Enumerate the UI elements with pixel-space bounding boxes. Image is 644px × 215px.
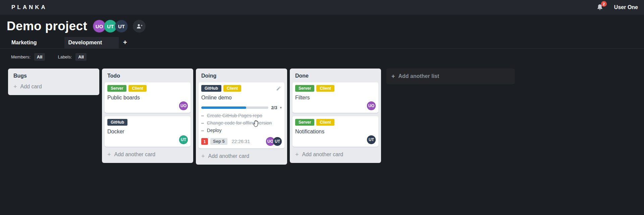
card-title: Notifications: [295, 129, 376, 135]
card[interactable]: GitHubDockerUT: [105, 116, 191, 147]
card-member-avatar: UT: [273, 137, 282, 146]
add-card-button[interactable]: +Add another card: [292, 150, 378, 160]
add-card-button[interactable]: +Add card: [11, 82, 97, 92]
notification-count-badge: 1: [201, 138, 208, 145]
tab-marketing[interactable]: Marketing: [11, 37, 37, 48]
task-text: Change code for offline version: [207, 120, 272, 126]
person-add-icon: [136, 23, 143, 30]
add-card-button[interactable]: +Add another card: [199, 152, 284, 162]
card-label: Client: [316, 119, 334, 126]
progress-label: 2/3: [271, 105, 277, 110]
filter-labels-value[interactable]: All: [75, 53, 87, 61]
add-card-label: Add card: [20, 84, 42, 90]
progress-fill: [201, 106, 246, 109]
pencil-icon: [276, 86, 281, 91]
topbar-right: 2 User One: [596, 3, 638, 12]
board-tabs: Marketing Development +: [0, 37, 644, 49]
progress-bar: [201, 106, 268, 109]
add-board-button[interactable]: +: [123, 37, 127, 48]
plus-icon: +: [13, 84, 17, 90]
card-label: Server: [295, 85, 314, 92]
list-bugs: Bugs+Add card: [8, 69, 99, 95]
card-label: GitHub: [201, 85, 221, 92]
card-member-avatar: UT: [179, 135, 188, 144]
card[interactable]: ServerClientNotificationsUT: [292, 116, 378, 147]
card-member-avatar: UT: [367, 135, 376, 144]
list-title[interactable]: Doing: [199, 71, 284, 82]
list-title[interactable]: Todo: [105, 71, 191, 82]
task-item[interactable]: –Change code for offline version: [201, 119, 282, 127]
card-label: Client: [128, 85, 146, 92]
card-label: Server: [295, 119, 314, 126]
task-dash: –: [201, 120, 204, 126]
planka-app: PLANKA 2 User One Demo project UOUTUT Ma…: [0, 0, 644, 215]
task-list: –Create GitHub Pages repo–Change code fo…: [201, 112, 282, 134]
filter-bar: Members: All Labels: All: [0, 49, 644, 61]
task-dash: –: [201, 113, 204, 118]
plus-icon: +: [201, 153, 205, 159]
due-date-badge[interactable]: Sep 5: [210, 138, 227, 145]
card-title: Filters: [295, 95, 376, 101]
timer-badge[interactable]: 22:26:31: [232, 139, 250, 144]
task-dash: –: [201, 128, 204, 133]
chevron-down-icon[interactable]: ▾: [280, 106, 282, 110]
card-members: UO: [295, 101, 376, 110]
card-label: Client: [316, 85, 334, 92]
card-labels: ServerClient: [295, 85, 376, 92]
task-item[interactable]: –Create GitHub Pages repo: [201, 112, 282, 119]
notifications-badge: 2: [601, 1, 607, 7]
card-labels: ServerClient: [295, 119, 376, 126]
card[interactable]: ServerClientFiltersUO: [292, 82, 378, 113]
notifications-button[interactable]: 2: [596, 3, 604, 12]
task-progress: 2/3▾: [201, 105, 282, 110]
card-labels: ServerClient: [107, 85, 188, 92]
add-list-label: Add another list: [398, 73, 439, 79]
board: Bugs+Add cardTodoServerClientPublic boar…: [8, 69, 644, 165]
card-title: Docker: [107, 129, 188, 135]
add-list-button[interactable]: +Add another list: [386, 69, 515, 84]
card[interactable]: ServerClientPublic boardsUO: [105, 82, 191, 113]
list-done: DoneServerClientFiltersUOServerClientNot…: [290, 69, 381, 163]
project-title[interactable]: Demo project: [7, 19, 87, 34]
edit-card-button[interactable]: [275, 85, 282, 93]
filter-labels-label: Labels:: [58, 54, 72, 59]
card-title: Public boards: [107, 95, 188, 101]
topbar: PLANKA 2 User One: [0, 0, 644, 15]
add-card-button[interactable]: +Add another card: [105, 150, 191, 160]
plus-icon: +: [391, 73, 395, 79]
list-doing: DoingGitHubClientOnline demo2/3▾–Create …: [196, 69, 287, 165]
user-menu[interactable]: User One: [614, 4, 638, 10]
card-label: Client: [223, 85, 241, 92]
card-member-avatar: UO: [367, 101, 376, 110]
card-title: Online demo: [201, 95, 282, 101]
card[interactable]: GitHubClientOnline demo2/3▾–Create GitHu…: [199, 82, 284, 148]
add-card-label: Add another card: [302, 152, 343, 158]
add-card-label: Add another card: [114, 152, 156, 158]
card-members: UT: [107, 135, 188, 144]
task-text: Create GitHub Pages repo: [207, 113, 262, 118]
card-members: UT: [295, 135, 376, 144]
card-labels: GitHub: [107, 119, 188, 126]
add-member-button[interactable]: [133, 20, 146, 33]
list-title[interactable]: Done: [292, 71, 378, 82]
card-label: GitHub: [107, 119, 127, 126]
card-label: Server: [107, 85, 126, 92]
filter-members-label: Members:: [11, 54, 31, 59]
tab-development[interactable]: Development: [64, 37, 119, 48]
task-item[interactable]: –Deploy: [201, 127, 282, 134]
card-members: UO: [107, 101, 188, 110]
project-members: UOUTUT: [95, 20, 128, 33]
filter-members-value[interactable]: All: [34, 53, 45, 61]
card-labels: GitHubClient: [201, 85, 282, 92]
add-card-label: Add another card: [208, 153, 250, 159]
app-logo[interactable]: PLANKA: [11, 4, 47, 11]
member-avatar[interactable]: UT: [115, 20, 128, 33]
card-member-avatar: UO: [179, 101, 188, 110]
plus-icon: +: [295, 152, 299, 158]
list-todo: TodoServerClientPublic boardsUOGitHubDoc…: [102, 69, 193, 163]
project-header: Demo project UOUTUT: [0, 15, 644, 34]
card-badges: 1Sep 522:26:31UOUT: [201, 137, 282, 146]
task-text: Deploy: [207, 128, 222, 133]
plus-icon: +: [107, 152, 111, 158]
list-title[interactable]: Bugs: [11, 71, 97, 82]
